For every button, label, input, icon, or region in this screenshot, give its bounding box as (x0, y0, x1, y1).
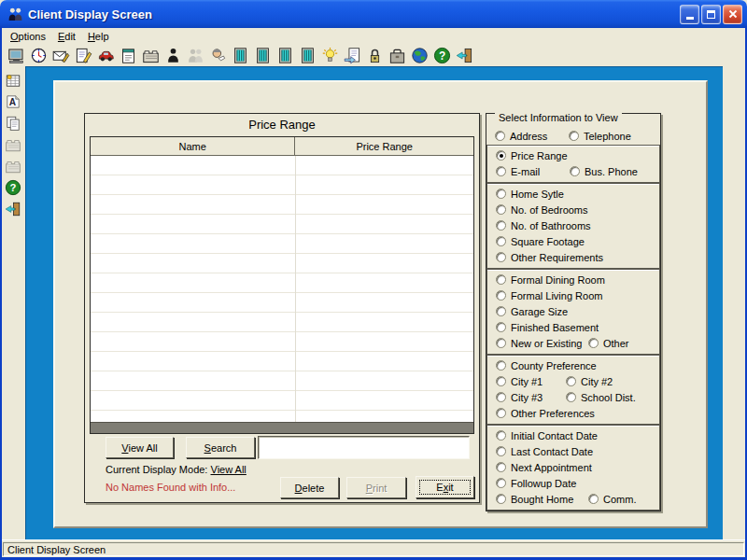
search-input[interactable] (258, 436, 470, 459)
radio-next-appointment[interactable]: Next Appointment (496, 462, 592, 473)
radio-telephone[interactable]: Telephone (569, 131, 631, 142)
note-pencil-icon (75, 47, 92, 64)
font-a-button[interactable] (3, 92, 23, 111)
radio-circle (588, 494, 599, 504)
title-bar[interactable]: Client Display Screen (0, 0, 747, 28)
globe-icon (411, 47, 429, 64)
radio-city-1[interactable]: City #1 (496, 376, 566, 387)
column-header-price-range[interactable]: Price Range (295, 137, 473, 155)
radio-row: City #3 School Dist. (487, 389, 659, 405)
spreadsheet-button[interactable] (3, 71, 23, 90)
radio-circle (496, 166, 506, 176)
safe-button[interactable] (386, 46, 408, 66)
contact-face-button[interactable] (206, 46, 229, 66)
minimize-icon (686, 17, 694, 20)
radio-bathrooms[interactable]: No. of Bathrooms (496, 220, 591, 231)
radio-address[interactable]: Address (495, 131, 569, 142)
radio-row: County Preference (487, 357, 659, 373)
radio-new-or-existing[interactable]: New or Existing (496, 338, 588, 349)
column-header-name[interactable]: Name (91, 137, 295, 155)
table-body[interactable] (91, 156, 473, 422)
people-button[interactable] (184, 46, 206, 66)
radio-city-2[interactable]: City #2 (566, 376, 613, 387)
radio-row: Next Appointment (487, 459, 659, 475)
radio-circle (566, 376, 576, 386)
page-send-icon (344, 47, 361, 64)
menu-help[interactable]: Help (83, 29, 117, 44)
exit-button[interactable]: Exit (416, 476, 474, 498)
radio-formal-dining[interactable]: Formal Dining Room (496, 274, 605, 286)
view-all-button[interactable]: View All (106, 437, 174, 458)
notepad-button[interactable] (117, 46, 139, 66)
minimize-button[interactable] (680, 5, 699, 24)
radio-bus-phone[interactable]: Bus. Phone (570, 166, 638, 177)
radio-square-footage[interactable]: Square Footage (496, 236, 585, 247)
display-mode-label: Current Display Mode: (106, 464, 207, 475)
close-icon (727, 8, 739, 20)
radio-email[interactable]: E-mail (496, 166, 570, 177)
caption-buttons (680, 5, 742, 24)
radio-last-contact-date[interactable]: Last Contact Date (496, 446, 593, 457)
table-scrollbar[interactable] (91, 422, 473, 433)
exit-door-button[interactable] (453, 46, 475, 66)
radio-row: City #1 City #2 (487, 373, 659, 389)
radio-initial-contact-date[interactable]: Initial Contact Date (496, 430, 598, 441)
mail-pen-button[interactable] (49, 46, 72, 66)
help-button[interactable] (3, 178, 23, 197)
radio-row: Finished Basement (487, 319, 659, 335)
clock-button[interactable] (27, 46, 49, 66)
globe-button[interactable] (408, 46, 430, 66)
menu-edit[interactable]: Edit (53, 29, 83, 44)
radio-row: Home Sytle (487, 186, 659, 202)
radio-home-style[interactable]: Home Sytle (496, 189, 564, 200)
door-bars-icon (276, 47, 294, 64)
radio-circle (496, 220, 506, 231)
card-file-button[interactable] (3, 157, 23, 175)
client-display-form: Price Range Name Price Range View All Se… (53, 80, 708, 528)
menu-options[interactable]: Options (6, 29, 53, 44)
radio-row: Square Footage (487, 233, 659, 249)
page-send-button[interactable] (341, 46, 363, 66)
lock-button[interactable] (363, 46, 386, 66)
radio-bedrooms[interactable]: No. of Bedrooms (496, 204, 588, 216)
radio-city-3[interactable]: City #3 (496, 392, 566, 403)
note-pencil-button[interactable] (72, 46, 94, 66)
print-button[interactable]: Print (346, 477, 406, 498)
car-button[interactable] (94, 46, 117, 66)
computer-button[interactable] (5, 46, 27, 66)
status-text: Client Display Screen (3, 542, 744, 556)
radio-comm[interactable]: Comm. (588, 494, 636, 505)
delete-button[interactable]: Delete (280, 477, 339, 498)
radio-followup-date[interactable]: Followup Date (496, 478, 576, 489)
radio-bought-home[interactable]: Bought Home (496, 494, 588, 505)
radio-county-preference[interactable]: County Preference (496, 360, 597, 371)
search-button[interactable]: Search (186, 437, 255, 458)
font-a-icon (5, 93, 21, 110)
radio-other-preferences[interactable]: Other Preferences (496, 408, 595, 419)
copy-pages-button[interactable] (3, 114, 23, 133)
radio-formal-living[interactable]: Formal Living Room (496, 290, 602, 301)
radio-circle (495, 131, 505, 141)
radio-row: New or Existing Other (487, 335, 659, 351)
door-bars-button[interactable] (251, 46, 274, 66)
card-file-button[interactable] (3, 135, 23, 154)
radio-garage-size[interactable]: Garage Size (496, 306, 568, 317)
door-bars-button[interactable] (296, 46, 318, 66)
maximize-button[interactable] (701, 5, 721, 24)
help-button[interactable] (430, 46, 453, 66)
radio-finished-basement[interactable]: Finished Basement (496, 322, 599, 333)
exit-door-button[interactable] (3, 200, 23, 218)
card-file-button[interactable] (139, 46, 162, 66)
lightbulb-button[interactable] (318, 46, 341, 66)
close-button[interactable] (723, 5, 742, 24)
door-bars-button[interactable] (274, 46, 296, 66)
radio-circle (496, 408, 506, 418)
radio-other[interactable]: Other (588, 338, 629, 349)
radio-other-requirements[interactable]: Other Requirements (496, 252, 603, 263)
door-bars-button[interactable] (229, 46, 251, 66)
person-button[interactable] (162, 46, 184, 66)
radio-school-dist[interactable]: School Dist. (566, 392, 636, 403)
radio-price-range[interactable]: Price Range (496, 150, 568, 161)
radio-circle (496, 494, 506, 504)
help-icon (5, 179, 21, 196)
